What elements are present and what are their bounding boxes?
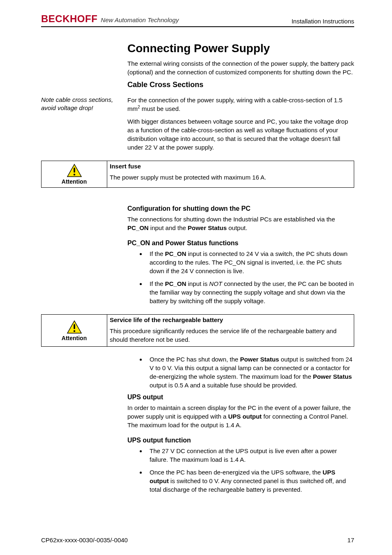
- list-item: Once the PC has been de-energized via th…: [146, 468, 354, 494]
- text: input is: [186, 280, 209, 287]
- attention-title-battery: Service life of the rechargeable battery: [110, 316, 350, 323]
- text: output.: [227, 224, 247, 231]
- attention-text-column: Service life of the rechargeable battery…: [107, 315, 354, 346]
- attention-body-battery: This procedure significantly reduces the…: [110, 327, 350, 344]
- attention-label: Attention: [62, 178, 87, 185]
- text: output is 0.5 A and a suitable fuse shou…: [150, 382, 297, 389]
- cable-cross-p1-b: must be used.: [140, 105, 180, 112]
- list-item: If the PC_ON input is NOT connected by t…: [146, 279, 354, 305]
- attention-icon-column: Attention: [42, 161, 107, 187]
- attention-label: Attention: [62, 335, 87, 341]
- ups-output-paragraph: In order to maintain a screen display fo…: [127, 403, 354, 429]
- footer-doc-id: CP62xx-xxxx-0030/-0035/-0040: [41, 537, 128, 543]
- text: Once the PC has shut down, the: [150, 356, 240, 363]
- svg-rect-4: [74, 324, 75, 329]
- list-item: The 27 V DC connection at the UPS output…: [146, 447, 354, 464]
- attention-text-column: Insert fuse The power supply must be pro…: [107, 161, 354, 187]
- power-status-bullet-list: Once the PC has shut down, the Power Sta…: [127, 355, 354, 389]
- header-section-label: Installation Instructions: [291, 18, 354, 25]
- logo-text: BECKHOFF: [41, 13, 97, 25]
- page-footer: CP62xx-xxxx-0030/-0035/-0040 17: [41, 537, 354, 543]
- svg-rect-1: [74, 168, 75, 173]
- text-bold: PC_ON: [127, 224, 149, 231]
- page-title: Connecting Power Supply: [127, 42, 354, 55]
- logo-block: BECKHOFF New Automation Technology: [41, 13, 179, 25]
- text-bold: UPS output: [228, 413, 262, 420]
- config-heading: Configuration for shutting down the PC: [127, 205, 354, 212]
- cable-cross-sections-heading: Cable Cross Sections: [127, 81, 354, 89]
- attention-body-fuse: The power supply must be protected with …: [110, 173, 350, 182]
- text-bold: PC_ON: [165, 280, 187, 287]
- attention-title-fuse: Insert fuse: [110, 163, 350, 170]
- pc-on-bullet-list: If the PC_ON input is connected to 24 V …: [127, 249, 354, 305]
- text-bold: Power Status: [240, 356, 279, 363]
- attention-icon-column: Attention: [42, 315, 107, 346]
- list-item: Once the PC has shut down, the Power Sta…: [146, 355, 354, 389]
- attention-box-insert-fuse: Attention Insert fuse The power supply m…: [41, 161, 354, 188]
- text-italic: NOT: [209, 280, 222, 287]
- attention-icon: [67, 320, 82, 334]
- list-item: If the PC_ON input is connected to 24 V …: [146, 249, 354, 275]
- ups-function-bullet-list: The 27 V DC connection at the UPS output…: [127, 447, 354, 494]
- text-bold: Power Status: [313, 373, 352, 380]
- cable-cross-p1: For the connection of the power supply, …: [127, 96, 354, 113]
- text: If the: [150, 250, 165, 257]
- svg-point-2: [73, 174, 75, 175]
- intro-paragraph: The external wiring consists of the conn…: [127, 59, 354, 76]
- svg-point-5: [73, 330, 75, 332]
- text: is switched to 0 V. Any connected panel …: [150, 477, 346, 493]
- logo-tagline: New Automation Technology: [101, 16, 179, 23]
- text: If the: [150, 280, 165, 287]
- pc-on-heading: PC_ON and Power Status functions: [127, 240, 354, 247]
- attention-box-battery-life: Attention Service life of the rechargeab…: [41, 314, 354, 347]
- text: input and the: [149, 224, 188, 231]
- text: The connections for shutting down the In…: [127, 216, 335, 223]
- config-paragraph: The connections for shutting down the In…: [127, 215, 354, 232]
- margin-note-cable-cross: Note cable cross sections, avoid voltage…: [41, 96, 123, 113]
- text-bold: Power Status: [188, 224, 227, 231]
- attention-icon: [67, 164, 82, 177]
- text-bold: PC_ON: [165, 250, 187, 257]
- cable-cross-p2: With bigger distances between voltage so…: [127, 117, 354, 152]
- ups-output-heading: UPS output: [127, 394, 354, 401]
- footer-page-number: 17: [347, 537, 354, 543]
- page-header: BECKHOFF New Automation Technology Insta…: [41, 13, 354, 27]
- ups-output-function-heading: UPS output function: [127, 437, 354, 444]
- text: Once the PC has been de-energized via th…: [150, 469, 323, 476]
